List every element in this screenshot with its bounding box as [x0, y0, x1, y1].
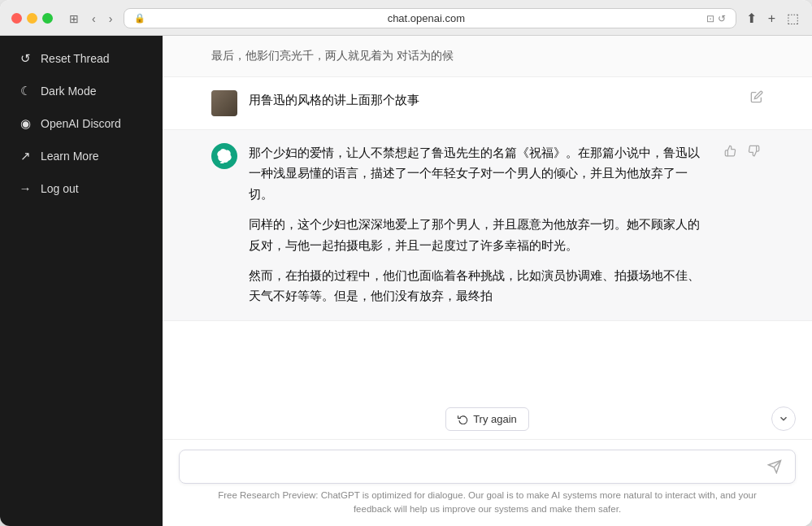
send-button[interactable]	[764, 458, 785, 476]
address-bar[interactable]: 🔒 chat.openai.com ⊡ ↺	[124, 8, 736, 28]
url-text: chat.openai.com	[150, 12, 701, 24]
user-message-edit-button[interactable]	[750, 90, 763, 103]
chat-area: 最后，他影们亮光千，两人就见着为 对话为的候 用鲁迅的风格的讲上面那个故事	[163, 36, 812, 526]
new-tab-button[interactable]: +	[766, 10, 777, 28]
discord-icon: ◉	[18, 116, 33, 131]
ai-paragraph-2: 同样的，这个少妇也深深地爱上了那个男人，并且愿意为他放弃一切。她不顾家人的反对，…	[249, 215, 710, 256]
sidebar: ↺ Reset Thread ☾ Dark Mode ◉ OpenAI Disc…	[0, 36, 163, 526]
footer-text: Free Research Preview: ChatGPT is optimi…	[179, 484, 796, 524]
ai-message-text: 那个少妇的爱情，让人不禁想起了鲁迅先生的名篇《祝福》。在那篇小说中，鲁迅以一种浅…	[249, 143, 710, 307]
thumbs-up-button[interactable]	[721, 143, 740, 161]
share-button[interactable]: ⬆	[745, 9, 758, 28]
ai-message-content: 那个少妇的爱情，让人不禁想起了鲁迅先生的名篇《祝福》。在那篇小说中，鲁迅以一种浅…	[249, 143, 710, 307]
sidebar-label-dark-mode: Dark Mode	[41, 85, 96, 98]
sidebar-item-learn-more[interactable]: ↗ Learn More	[5, 141, 158, 172]
openai-logo	[217, 149, 232, 163]
messages-container: 最后，他影们亮光千，两人就见着为 对话为的候 用鲁迅的风格的讲上面那个故事	[163, 36, 812, 399]
send-icon	[767, 459, 782, 474]
sidebar-item-reset-thread[interactable]: ↺ Reset Thread	[5, 43, 158, 74]
user-message-text: 用鲁迅的风格的讲上面那个故事	[249, 90, 739, 110]
sidebar-toggle-button[interactable]: ⬚	[785, 9, 801, 28]
tab-grid-button[interactable]: ⊞	[66, 11, 82, 27]
user-avatar-image	[211, 90, 237, 116]
app-container: ↺ Reset Thread ☾ Dark Mode ◉ OpenAI Disc…	[0, 36, 812, 526]
forward-button[interactable]: ›	[106, 11, 116, 27]
thumbs-down-icon	[748, 145, 760, 157]
minimize-button[interactable]	[27, 13, 37, 24]
dark-mode-icon: ☾	[18, 84, 33, 98]
retry-icon	[458, 414, 468, 424]
sidebar-label-reset-thread: Reset Thread	[41, 52, 110, 65]
reader-icon: ⊡ ↺	[706, 13, 725, 24]
close-button[interactable]	[11, 13, 22, 24]
thumbs-down-button[interactable]	[745, 143, 763, 161]
edit-icon	[750, 90, 763, 103]
traffic-lights	[11, 13, 53, 24]
prev-message-text: 最后，他影们亮光千，两人就见着为 对话为的候	[211, 49, 454, 62]
learn-more-icon: ↗	[18, 149, 33, 163]
browser-chrome: ⊞ ‹ › 🔒 chat.openai.com ⊡ ↺ ⬆ + ⬚	[0, 0, 812, 36]
user-avatar	[211, 90, 237, 116]
sidebar-label-learn-more: Learn More	[41, 150, 99, 163]
try-again-bar: Try again	[163, 399, 812, 440]
thumbs-up-icon	[724, 145, 736, 157]
try-again-label: Try again	[473, 413, 517, 425]
sidebar-item-dark-mode[interactable]: ☾ Dark Mode	[5, 76, 158, 107]
back-button[interactable]: ‹	[89, 11, 99, 27]
ai-avatar	[211, 143, 237, 169]
sidebar-label-log-out: Log out	[41, 182, 79, 195]
log-out-icon: →	[18, 181, 33, 195]
user-message-row: 用鲁迅的风格的讲上面那个故事	[163, 77, 812, 130]
sidebar-item-log-out[interactable]: → Log out	[5, 173, 158, 203]
ai-paragraph-3: 然而，在拍摄的过程中，他们也面临着各种挑战，比如演员协调难、拍摄场地不佳、天气不…	[249, 266, 710, 307]
input-area: Free Research Preview: ChatGPT is optimi…	[163, 440, 812, 527]
ai-message-actions	[721, 143, 763, 161]
chevron-down-icon	[778, 413, 789, 424]
browser-window: ⊞ ‹ › 🔒 chat.openai.com ⊡ ↺ ⬆ + ⬚ ↺ Rese…	[0, 0, 812, 526]
sidebar-label-openai-discord: OpenAI Discord	[41, 117, 121, 130]
sidebar-item-openai-discord[interactable]: ◉ OpenAI Discord	[5, 108, 158, 139]
ai-message-row: 那个少妇的爱情，让人不禁想起了鲁迅先生的名篇《祝福》。在那篇小说中，鲁迅以一种浅…	[163, 130, 812, 321]
input-wrapper	[179, 450, 796, 484]
ai-paragraph-1: 那个少妇的爱情，让人不禁想起了鲁迅先生的名篇《祝福》。在那篇小说中，鲁迅以一种浅…	[249, 143, 710, 205]
chat-input[interactable]	[189, 457, 764, 476]
browser-actions: ⬆ + ⬚	[745, 9, 801, 28]
try-again-button[interactable]: Try again	[445, 407, 529, 431]
reset-thread-icon: ↺	[18, 51, 33, 66]
prev-message: 最后，他影们亮光千，两人就见着为 对话为的候	[163, 36, 812, 77]
browser-controls: ⊞ ‹ ›	[66, 11, 115, 27]
lock-icon: 🔒	[134, 13, 145, 24]
scroll-down-button[interactable]	[771, 406, 796, 431]
fullscreen-button[interactable]	[42, 13, 53, 24]
